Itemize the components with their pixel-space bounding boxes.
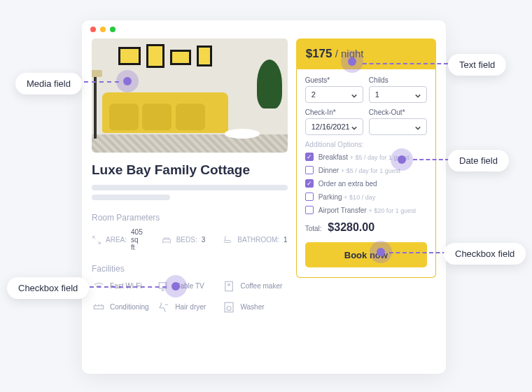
- chevron-down-icon: [415, 92, 421, 97]
- checkbox[interactable]: [305, 206, 314, 214]
- bed-icon: [161, 234, 172, 246]
- facility-icon: [157, 300, 171, 314]
- listing-media: [92, 38, 288, 153]
- total-value: $3280.00: [328, 221, 374, 233]
- facility-item: Cable TV: [157, 279, 222, 293]
- checkbox[interactable]: [305, 166, 314, 174]
- maximize-dot[interactable]: [110, 27, 115, 32]
- minimize-dot[interactable]: [100, 27, 106, 32]
- skeleton-line: [92, 195, 170, 200]
- param-beds: BEDS: 3: [161, 228, 206, 251]
- params-section-label: Room Parameters: [92, 213, 288, 223]
- facility-item: Conditioning: [92, 300, 157, 314]
- annot-date: Date field: [448, 150, 509, 172]
- svg-rect-5: [94, 306, 104, 309]
- svg-rect-0: [162, 239, 170, 241]
- svg-point-7: [227, 307, 231, 311]
- facility-item: Hair dryer: [157, 300, 222, 314]
- titlebar: [82, 20, 446, 38]
- checkbox[interactable]: [305, 153, 314, 161]
- additional-options-label: Additional Options:: [305, 141, 427, 148]
- option-row[interactable]: Breakfast + $5 / day for 1 guest: [305, 153, 427, 161]
- checkout-date[interactable]: [369, 118, 427, 135]
- price-header: $175 / night: [296, 38, 436, 69]
- checkbox[interactable]: [305, 179, 314, 188]
- checkout-label: Check-Out*: [369, 108, 427, 116]
- option-row[interactable]: Airport Transfer + $20 for 1 guest: [305, 206, 427, 214]
- option-row[interactable]: Parking + $10 / day: [305, 192, 427, 201]
- chevron-down-icon: [415, 124, 421, 130]
- price-unit: / night: [332, 48, 364, 59]
- param-bathroom: BATHROOM: 1: [222, 228, 287, 251]
- guests-label: Guests*: [305, 76, 363, 84]
- facility-icon: [157, 279, 171, 293]
- book-now-button[interactable]: Book now: [305, 242, 427, 267]
- annot-checkbox-right: Checkbox field: [444, 243, 526, 265]
- annot-media: Media field: [15, 73, 82, 94]
- svg-point-4: [228, 284, 230, 286]
- total-row: Total: $3280.00: [305, 221, 427, 234]
- facility-item: Washer: [222, 300, 287, 314]
- facility-item: Fast Wi-Fi: [92, 279, 157, 293]
- checkin-date[interactable]: 12/16/2021: [305, 118, 363, 135]
- svg-rect-3: [225, 281, 233, 291]
- facility-icon: [92, 279, 106, 293]
- option-row[interactable]: Dinner + $5 / day for 1 guest: [305, 166, 427, 174]
- facility-item: Coffee maker: [222, 279, 287, 293]
- childs-label: Childs: [369, 76, 427, 84]
- facility-icon: [222, 300, 236, 314]
- bath-icon: [222, 234, 233, 246]
- chevron-down-icon: [351, 92, 357, 97]
- chevron-down-icon: [351, 124, 357, 130]
- skeleton-line: [92, 185, 288, 190]
- facilities-section-label: Facilities: [92, 264, 288, 274]
- annot-text: Text field: [448, 54, 506, 76]
- listing-title: Luxe Bay Family Cottage: [92, 162, 288, 178]
- checkin-label: Check-In*: [305, 108, 363, 116]
- facility-icon: [222, 279, 236, 293]
- guests-select[interactable]: 2: [305, 86, 363, 103]
- childs-select[interactable]: 1: [369, 86, 427, 103]
- annot-checkbox-left: Checkbox field: [7, 277, 89, 299]
- area-icon: [92, 234, 102, 246]
- app-window: Luxe Bay Family Cottage Room Parameters …: [82, 20, 446, 374]
- param-area: AREA: 405 sq ft: [92, 228, 144, 251]
- close-dot[interactable]: [90, 27, 96, 32]
- checkbox[interactable]: [305, 192, 314, 201]
- svg-rect-2: [159, 283, 167, 288]
- price-value: $175: [306, 47, 332, 60]
- option-row[interactable]: Order an extra bed: [305, 179, 427, 188]
- facility-icon: [92, 300, 106, 314]
- svg-rect-1: [225, 240, 231, 242]
